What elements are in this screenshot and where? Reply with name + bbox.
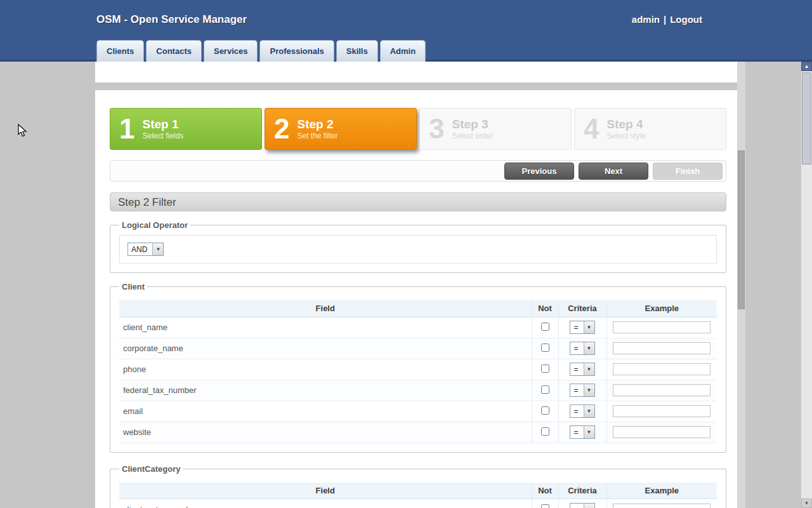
criteria-value: = bbox=[570, 321, 583, 333]
logical-operator-select[interactable]: AND ▼ bbox=[128, 243, 164, 256]
example-input[interactable] bbox=[613, 426, 710, 438]
criteria-value: = bbox=[570, 504, 583, 508]
criteria-value: = bbox=[570, 426, 583, 438]
field-label: website bbox=[119, 422, 532, 443]
not-checkbox[interactable] bbox=[541, 364, 549, 373]
scroll-down-arrow-icon[interactable]: ▼ bbox=[801, 498, 812, 508]
field-label: corporate_name bbox=[119, 338, 532, 359]
step-subtitle: Select style bbox=[606, 131, 645, 141]
not-checkbox[interactable] bbox=[541, 504, 549, 508]
step-number: 4 bbox=[584, 110, 599, 148]
wizard-actions-bar: Previous Next Finish bbox=[110, 160, 726, 182]
criteria-value: = bbox=[570, 363, 583, 375]
mouse-cursor-icon bbox=[18, 124, 27, 140]
client-fieldset: Client Field Not Criteria Example client… bbox=[110, 282, 726, 453]
main-nav: Clients Contacts Services Professionals … bbox=[96, 40, 426, 62]
step-title: Step 3 bbox=[452, 117, 493, 131]
field-label: client_category_desc bbox=[119, 499, 532, 508]
criteria-select[interactable]: = ▼ bbox=[570, 503, 594, 508]
step-subtitle: Select fields bbox=[142, 131, 183, 141]
criteria-select[interactable]: = ▼ bbox=[570, 384, 594, 397]
finish-button: Finish bbox=[653, 163, 723, 180]
next-button[interactable]: Next bbox=[579, 163, 648, 180]
client-category-filter-table: Field Not Criteria Example client_catego… bbox=[119, 483, 717, 508]
client-filter-table: Field Not Criteria Example client_name = bbox=[119, 300, 717, 443]
example-input[interactable] bbox=[613, 405, 710, 417]
step-subtitle: Select order bbox=[452, 131, 493, 141]
section-title: Step 2 Filter bbox=[110, 192, 726, 211]
header-field: Field bbox=[119, 483, 532, 499]
example-input[interactable] bbox=[613, 384, 710, 396]
step-1[interactable]: 1 Step 1 Select fields bbox=[110, 108, 262, 150]
inner-scrollbar[interactable] bbox=[737, 62, 745, 508]
header-field: Field bbox=[119, 300, 532, 317]
tab-skills[interactable]: Skills bbox=[336, 40, 378, 62]
step-2[interactable]: 2 Step 2 Set the filter bbox=[265, 108, 417, 150]
chevron-down-icon: ▼ bbox=[584, 342, 594, 354]
criteria-select[interactable]: = ▼ bbox=[570, 363, 594, 376]
table-row: client_name = ▼ bbox=[119, 317, 717, 338]
chevron-down-icon: ▼ bbox=[584, 321, 594, 333]
criteria-select[interactable]: = ▼ bbox=[570, 425, 594, 439]
tab-admin[interactable]: Admin bbox=[380, 40, 426, 62]
content-column: 1 Step 1 Select fields 2 Step 2 Set the … bbox=[95, 62, 737, 508]
step-title: Step 1 bbox=[142, 117, 183, 131]
example-input[interactable] bbox=[613, 504, 710, 508]
strip-gap bbox=[95, 83, 737, 90]
criteria-select[interactable]: = ▼ bbox=[570, 404, 594, 418]
criteria-value: = bbox=[570, 342, 583, 354]
criteria-select[interactable]: = ▼ bbox=[570, 342, 594, 355]
criteria-select[interactable]: = ▼ bbox=[570, 321, 594, 334]
tab-label: Admin bbox=[390, 46, 416, 56]
tab-label: Skills bbox=[346, 46, 368, 56]
table-row: email = ▼ bbox=[119, 401, 717, 422]
client-legend: Client bbox=[119, 282, 147, 291]
criteria-value: = bbox=[570, 384, 583, 396]
chevron-down-icon: ▼ bbox=[584, 384, 594, 396]
top-bar: OSM - Open Service Manager admin|Logout … bbox=[0, 0, 812, 62]
step-title: Step 4 bbox=[606, 117, 645, 131]
tab-services[interactable]: Services bbox=[204, 40, 258, 62]
not-checkbox[interactable] bbox=[541, 344, 549, 352]
step-4: 4 Step 4 Select style bbox=[574, 108, 726, 150]
table-header-row: Field Not Criteria Example bbox=[119, 300, 717, 317]
window-scrollbar-thumb[interactable] bbox=[802, 72, 811, 164]
header-not: Not bbox=[532, 483, 558, 499]
client-category-legend: ClientCategory bbox=[119, 464, 183, 474]
session-divider: | bbox=[664, 14, 666, 25]
example-input[interactable] bbox=[613, 342, 710, 354]
step-number: 2 bbox=[274, 110, 289, 148]
not-checkbox[interactable] bbox=[541, 385, 549, 394]
table-row: corporate_name = ▼ bbox=[119, 338, 717, 359]
tab-label: Professionals bbox=[270, 46, 324, 56]
header-criteria: Criteria bbox=[558, 483, 606, 499]
not-checkbox[interactable] bbox=[541, 406, 549, 415]
field-label: email bbox=[119, 401, 532, 422]
example-input[interactable] bbox=[613, 321, 710, 333]
not-checkbox[interactable] bbox=[541, 323, 549, 331]
chevron-down-icon: ▼ bbox=[584, 426, 594, 438]
header-criteria: Criteria bbox=[558, 300, 606, 317]
not-checkbox[interactable] bbox=[541, 427, 549, 436]
tab-label: Clients bbox=[107, 46, 134, 56]
scroll-up-arrow-icon[interactable]: ▲ bbox=[801, 62, 812, 71]
top-white-strip bbox=[95, 62, 737, 83]
table-row: client_category_desc = ▼ bbox=[119, 499, 717, 508]
wizard-steps: 1 Step 1 Select fields 2 Step 2 Set the … bbox=[110, 108, 726, 150]
previous-button[interactable]: Previous bbox=[504, 163, 574, 180]
header-example: Example bbox=[606, 483, 717, 499]
criteria-value: = bbox=[570, 405, 583, 417]
inner-scrollbar-thumb[interactable] bbox=[738, 150, 745, 309]
window-scrollbar[interactable]: ▲ ▼ bbox=[801, 62, 812, 508]
wizard-panel: 1 Step 1 Select fields 2 Step 2 Set the … bbox=[95, 90, 737, 508]
tab-clients[interactable]: Clients bbox=[96, 40, 144, 62]
example-input[interactable] bbox=[613, 363, 710, 375]
tab-contacts[interactable]: Contacts bbox=[146, 40, 202, 62]
chevron-down-icon: ▼ bbox=[152, 243, 163, 255]
header-not: Not bbox=[532, 300, 558, 317]
chevron-down-icon: ▼ bbox=[584, 504, 594, 508]
step-title: Step 2 bbox=[297, 117, 337, 131]
session-info: admin|Logout bbox=[630, 14, 704, 25]
tab-professionals[interactable]: Professionals bbox=[259, 40, 334, 62]
logout-link[interactable]: Logout bbox=[670, 14, 702, 25]
